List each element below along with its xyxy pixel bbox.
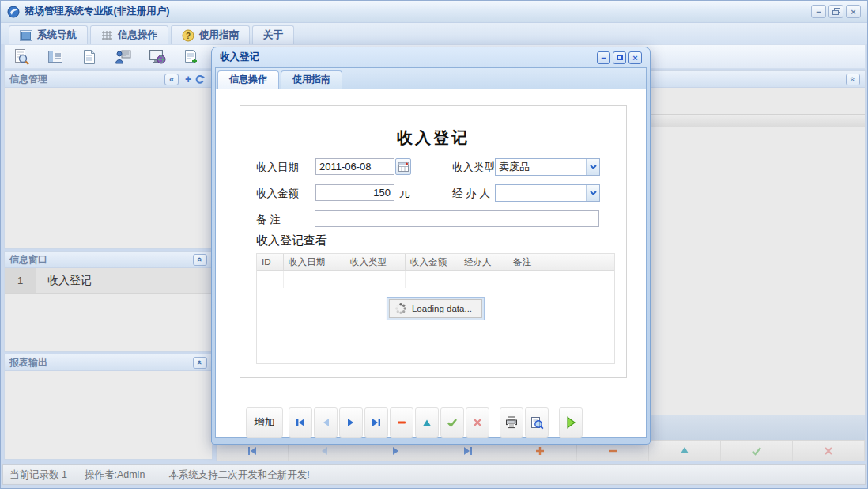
window-title: 猪场管理系统专业版(非注册用户) <box>25 5 809 18</box>
window-minimize-button[interactable]: − <box>811 5 826 18</box>
dialog-tab-info-operation[interactable]: 信息操作 <box>217 70 279 89</box>
next-record-button[interactable] <box>339 408 363 438</box>
print-preview-button[interactable] <box>525 408 549 438</box>
dialog-tabstrip: 信息操作 使用指南 <box>216 68 646 89</box>
nav-edit-button[interactable] <box>649 441 721 461</box>
app-logo-icon <box>7 6 20 18</box>
help-icon: ? <box>182 29 194 42</box>
column-header-remark[interactable]: 备注 <box>508 254 549 270</box>
minus-icon <box>397 418 406 427</box>
menu-tab-about[interactable]: 关于 <box>252 25 294 44</box>
grid-title: 收入登记查看 <box>256 233 327 248</box>
panel-info-window: 信息窗口 « 1 收入登记 <box>4 251 213 352</box>
confirm-button[interactable] <box>440 408 464 438</box>
column-header-date[interactable]: 收入日期 <box>284 254 345 270</box>
form-heading: 收入登记 <box>240 127 626 149</box>
income-date-input[interactable] <box>315 158 394 175</box>
remark-label: 备 注 <box>256 213 281 227</box>
next-record-icon <box>391 446 401 456</box>
dialog-titlebar[interactable]: 收入登记 − × <box>215 47 647 67</box>
panel-title: 报表输出 <box>9 356 47 370</box>
printer-icon <box>504 416 519 429</box>
dialog-minimize-button[interactable]: − <box>597 51 610 64</box>
menu-tab-label: 信息操作 <box>118 28 157 42</box>
edit-triangle-icon <box>422 419 432 427</box>
income-form-panel: 收入登记 收入日期 收入类型 卖废品 收入金额 <box>240 105 627 378</box>
first-record-icon <box>247 446 258 456</box>
menu-tab-info-operation[interactable]: 信息操作 <box>90 25 168 44</box>
loading-indicator: Loading data... <box>387 297 485 320</box>
svg-text:?: ? <box>186 32 191 40</box>
document-icon <box>82 49 96 65</box>
list-item-income-register[interactable]: 1 收入登记 <box>5 268 212 294</box>
income-records-grid: ID 收入日期 收入类型 收入金额 经办人 备注 <box>256 253 615 364</box>
refresh-icon[interactable] <box>194 74 207 85</box>
remote-view-button[interactable] <box>144 47 170 66</box>
print-preview-icon <box>530 416 544 430</box>
prev-record-button[interactable] <box>314 408 338 438</box>
panel-info-management-header: 信息管理 « + <box>5 71 212 88</box>
search-document-icon <box>13 48 30 66</box>
list-grid-icon <box>47 49 64 65</box>
menu-tab-label: 系统导航 <box>37 28 77 42</box>
add-node-icon[interactable]: + <box>182 73 194 85</box>
operator-manage-button[interactable] <box>110 47 136 66</box>
income-register-dialog: 收入登记 − × 信息操作 使用指南 收入登记 收入日期 <box>211 47 651 445</box>
search-records-button[interactable] <box>8 47 34 66</box>
window-restore-button[interactable] <box>828 5 843 18</box>
window-close-button[interactable]: × <box>846 5 861 18</box>
column-header-amount[interactable]: 收入金额 <box>406 254 459 270</box>
column-header-blank <box>549 254 614 270</box>
first-record-button[interactable] <box>289 408 312 438</box>
column-header-type[interactable]: 收入类型 <box>345 254 406 270</box>
status-message: 本系统支持二次开发和全新开发! <box>168 468 309 482</box>
dialog-body: 信息操作 使用指南 收入登记 收入日期 收入类型 卖废品 <box>215 67 647 438</box>
print-button[interactable] <box>500 408 523 438</box>
list-item-label: 收入登记 <box>36 268 92 293</box>
last-record-icon <box>462 446 474 456</box>
calendar-icon <box>398 161 409 172</box>
income-type-label: 收入类型 <box>452 161 495 175</box>
application-window: 猪场管理系统专业版(非注册用户) − × 系统导航 信息操作 ? 使用指南 关于 <box>0 0 868 489</box>
dialog-maximize-button[interactable] <box>613 51 626 64</box>
new-document-button[interactable] <box>76 47 102 66</box>
prev-record-icon <box>319 446 329 456</box>
column-header-handler[interactable]: 经办人 <box>459 254 508 270</box>
edit-record-button[interactable] <box>415 408 439 438</box>
cancel-button[interactable] <box>466 408 489 438</box>
status-operator: 操作者:Admin <box>85 468 145 482</box>
income-type-select[interactable]: 卖废品 <box>495 158 600 176</box>
grid-icon <box>101 30 113 41</box>
record-list-button[interactable] <box>42 47 68 66</box>
collapse-up-icon[interactable]: « <box>193 254 207 266</box>
menu-tab-system-nav[interactable]: 系统导航 <box>9 25 88 44</box>
add-record-button[interactable]: 增加 <box>246 408 283 438</box>
panel-title: 信息窗口 <box>9 253 47 267</box>
dialog-tab-user-guide[interactable]: 使用指南 <box>281 70 342 89</box>
chevron-down-icon <box>586 159 599 175</box>
collapse-up-icon[interactable]: « <box>193 357 207 369</box>
delete-record-button[interactable] <box>390 408 413 438</box>
nav-confirm-button[interactable] <box>721 441 793 461</box>
remark-input[interactable] <box>315 210 599 227</box>
add-record-button[interactable] <box>178 47 204 66</box>
spinner-icon <box>395 303 406 314</box>
collapse-left-icon[interactable]: « <box>164 74 179 85</box>
grid-empty-row <box>257 271 614 288</box>
menu-tab-user-guide[interactable]: ? 使用指南 <box>171 25 250 44</box>
info-window-list: 1 收入登记 <box>5 268 212 351</box>
column-header-id[interactable]: ID <box>257 254 284 270</box>
next-record-icon <box>346 418 356 427</box>
monitor-icon <box>20 30 32 41</box>
income-date-label: 收入日期 <box>256 161 299 175</box>
collapse-up-icon[interactable]: « <box>846 74 860 85</box>
last-record-button[interactable] <box>364 408 388 438</box>
dialog-close-button[interactable]: × <box>628 51 642 64</box>
run-button[interactable] <box>559 408 583 438</box>
income-amount-input[interactable] <box>315 184 394 201</box>
date-picker-button[interactable] <box>395 158 411 175</box>
income-amount-label: 收入金额 <box>256 187 299 201</box>
restore-icon <box>832 8 840 15</box>
handler-select[interactable] <box>495 184 600 202</box>
nav-cancel-button[interactable] <box>793 441 865 461</box>
